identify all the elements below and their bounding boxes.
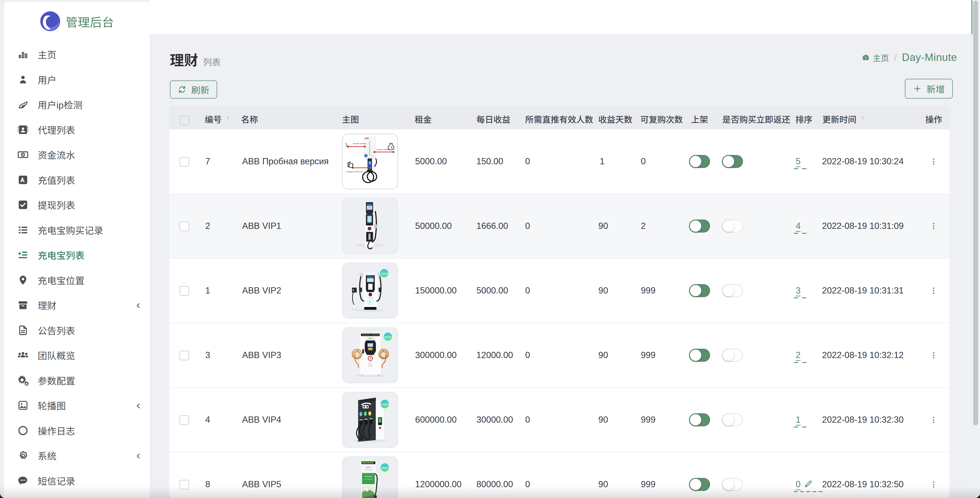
- svg-text:40KW: 40KW: [381, 466, 388, 469]
- svg-text:ABBest: ABBest: [368, 338, 373, 339]
- svg-text:Flexible Interface: Flexible Interface: [353, 143, 366, 144]
- svg-text:$: $: [391, 146, 393, 149]
- svg-text:CHARGE: CHARGE: [368, 361, 373, 362]
- svg-text:60 KW: 60 KW: [366, 467, 371, 468]
- svg-text:60KW: 60KW: [384, 336, 391, 338]
- svg-text:DC Charger: DC Charger: [365, 469, 372, 471]
- svg-text:SUPER: SUPER: [380, 403, 389, 406]
- svg-text:44KW: 44KW: [380, 272, 388, 275]
- svg-text:EV CHARGING: EV CHARGING: [364, 479, 373, 480]
- svg-text:charging: charging: [368, 297, 374, 298]
- svg-text:ABB: ABB: [365, 137, 369, 140]
- svg-text:PHIHONG: PHIHONG: [364, 476, 372, 477]
- svg-text:Intelligent Investment: Intelligent Investment: [347, 171, 363, 173]
- svg-text:Revenue Ready: Revenue Ready: [377, 148, 390, 151]
